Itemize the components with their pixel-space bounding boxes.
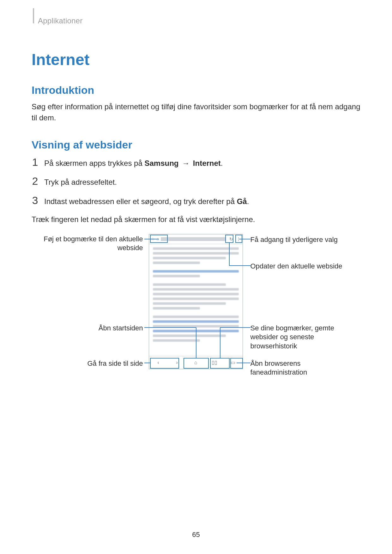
step-bold2: Internet bbox=[193, 159, 221, 167]
callout-bookmarks: Se dine bogmærker, gemte websider og sen… bbox=[250, 324, 358, 351]
browser-diagram: ☆ ⌂ ↻ ⋮ bbox=[32, 234, 360, 386]
step-text-post: . bbox=[221, 159, 223, 167]
callout-bookmark: Føj et bogmærke til den aktuelle webside bbox=[36, 235, 143, 253]
step-item: 3 Indtast webadressen eller et søgeord, … bbox=[32, 195, 360, 207]
browser-bottom-bar: ‹ › ⌂ ▯▯ ▭ bbox=[149, 356, 243, 369]
page-title: Internet bbox=[32, 51, 360, 69]
step-item: 2 Tryk på adressefeltet. bbox=[32, 176, 360, 188]
step-number: 2 bbox=[32, 176, 39, 186]
bookmarks-icon: ▯▯ bbox=[207, 356, 222, 369]
callout-nav: Gå fra side til side bbox=[36, 359, 143, 368]
header-tab-marker bbox=[33, 8, 34, 23]
refresh-icon: ↻ bbox=[228, 236, 234, 242]
step-text-pre: Indtast webadressen eller et søgeord, og… bbox=[44, 197, 237, 206]
step-number: 1 bbox=[32, 157, 39, 167]
step-bold1: Samsung bbox=[144, 159, 178, 167]
callout-tabs: Åbn browserens faneadministration bbox=[250, 359, 358, 377]
viewing-tip: Træk fingeren let nedad på skærmen for a… bbox=[32, 214, 360, 225]
document-page: Applikationer Internet Introduktion Søg … bbox=[0, 0, 392, 554]
page-number: 65 bbox=[0, 531, 392, 539]
step-bold1: Gå bbox=[237, 197, 247, 206]
forward-icon: › bbox=[169, 356, 184, 369]
step-text-post: . bbox=[247, 197, 249, 206]
more-options-icon: ⋮ bbox=[236, 236, 241, 242]
step-item: 1 På skærmen apps trykkes på Samsung → I… bbox=[32, 157, 360, 169]
lock-icon: ⌂ bbox=[157, 237, 159, 241]
home-icon: ⌂ bbox=[188, 356, 203, 369]
header-section-label: Applikationer bbox=[38, 16, 82, 25]
arrow-glyph: → bbox=[179, 159, 193, 167]
tabs-icon: ▭ bbox=[226, 356, 241, 369]
callout-home: Åbn startsiden bbox=[36, 324, 143, 333]
back-icon: ‹ bbox=[151, 356, 166, 369]
callout-more-options: Få adgang til yderligere valg bbox=[250, 235, 358, 244]
browser-top-bar: ☆ ⌂ ↻ ⋮ bbox=[149, 234, 243, 244]
step-text: Tryk på adressefeltet. bbox=[44, 177, 117, 188]
intro-heading: Introduktion bbox=[32, 84, 360, 96]
phone-mock: ☆ ⌂ ↻ ⋮ bbox=[149, 234, 243, 369]
step-text: På skærmen apps trykkes på Samsung → Int… bbox=[44, 158, 223, 169]
step-list: 1 På skærmen apps trykkes på Samsung → I… bbox=[32, 157, 360, 207]
star-icon: ☆ bbox=[151, 237, 155, 241]
url-field-blur bbox=[161, 237, 226, 241]
page-content-blur bbox=[149, 244, 243, 342]
callout-refresh: Opdater den aktuelle webside bbox=[250, 262, 358, 271]
viewing-heading: Visning af websider bbox=[32, 139, 360, 151]
step-number: 3 bbox=[32, 195, 39, 206]
intro-body: Søg efter information på internettet og … bbox=[32, 101, 360, 123]
step-text: Indtast webadressen eller et søgeord, og… bbox=[44, 196, 249, 207]
step-text-pre: På skærmen apps trykkes på bbox=[44, 159, 144, 167]
